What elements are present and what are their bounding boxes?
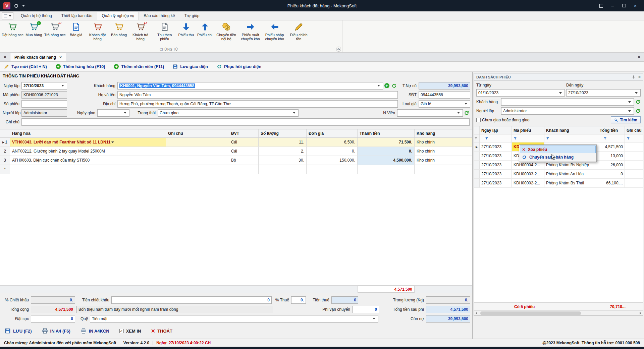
dropdown-icon[interactable] (110, 138, 115, 147)
ribbon-item-bao-gia[interactable]: Báo giá (67, 21, 86, 46)
thue-pct-field[interactable]: 0. (291, 296, 306, 304)
so-phieu-field[interactable] (21, 100, 67, 108)
cell-kho[interactable] (415, 165, 472, 174)
horizontal-scrollbar[interactable] (474, 310, 643, 315)
document-tab-close-icon[interactable]: × (59, 55, 62, 60)
panel-close-icon[interactable]: × (638, 75, 641, 79)
doctab-close-left-button[interactable]: × (0, 53, 10, 61)
cell-so-luong[interactable] (259, 165, 307, 174)
ribbon-collapse-button[interactable] (336, 47, 341, 52)
record-circle-icon[interactable] (14, 4, 18, 8)
cell-don-gia[interactable] (307, 165, 358, 174)
dropdown-icon[interactable] (627, 99, 632, 105)
tao-moi-button[interactable]: Tạo mới (Ctrl + N) (4, 64, 47, 69)
ngay-lap-field[interactable]: 27/10/2023 (21, 82, 67, 90)
refresh-staff-button[interactable] (463, 109, 470, 117)
col-so-luong[interactable]: Số lượng (259, 129, 307, 137)
tien-chiet-khau-field[interactable]: 0 (111, 296, 272, 304)
chiet-khau-pct-field[interactable]: 0. (31, 296, 75, 304)
scroll-left-button[interactable] (474, 311, 479, 316)
filter-ghi-chu[interactable] (625, 134, 643, 142)
dia-chi-field[interactable]: Hưng Phú, phường Hưng Thạnh, quận Cái Ră… (117, 100, 398, 108)
col-ma-phieu[interactable]: Mã phiếu (512, 126, 544, 134)
cell-kho[interactable]: Kho chính (415, 156, 472, 165)
phieu-row-4[interactable]: 27/10/2023 KDH00003-2... Phòng Khám An H… (474, 170, 643, 179)
tab-tro-giup[interactable]: Trợ giúp (180, 12, 204, 20)
cell-ghi-chu[interactable] (166, 138, 229, 147)
context-menu-item-chuyen-sang-ban-hang[interactable]: Chuyển sang bán hàng (520, 153, 596, 161)
quy-field[interactable]: Tiền mặt (90, 315, 378, 323)
cell-dvt[interactable] (229, 165, 259, 174)
dropdown-icon[interactable] (634, 90, 639, 96)
tab-quan-ly-nghiep-vu[interactable]: Quản lý nghiệp vụ (97, 12, 139, 20)
checkbox-checked-icon[interactable]: ✓ (119, 329, 124, 333)
cell-ghi-chu[interactable] (166, 156, 229, 165)
ribbon-item-mua-hang[interactable]: + Mua hàng (24, 21, 43, 46)
tab-thiet-lap-ban-dau[interactable]: Thiết lập ban đầu (57, 12, 97, 20)
ribbon-item-phieu-nhap-chuyen-kho[interactable]: Phiếu nhập chuyển kho (263, 21, 287, 46)
add-customer-button[interactable]: + (383, 82, 390, 90)
trong-luong-field[interactable]: 0. (426, 296, 470, 304)
doctab-close-right-button[interactable]: × (634, 53, 644, 61)
scroll-right-button[interactable] (638, 311, 643, 316)
thoat-button[interactable]: × THOÁT (151, 328, 172, 334)
den-ngay-field[interactable]: 27/10/2023 (566, 89, 641, 97)
ghi-chu-field[interactable] (21, 118, 470, 126)
cell-so-luong[interactable]: 2. (259, 147, 307, 156)
khach-hang-field[interactable]: KH0001, Nguyễn Văn Tám, 0944443558 (117, 82, 383, 90)
ribbon-item-khach-tra-hang[interactable]: ↩ Khách trả hàng (128, 21, 153, 46)
col-dvt[interactable]: ĐVT (229, 129, 259, 137)
ribbon-item-khach-dat-hang[interactable]: Khách đặt hàng (86, 21, 110, 46)
cell-ghi-chu[interactable] (166, 147, 229, 156)
item-row-2[interactable]: 2 ANT00212, Giường bệnh 2 tay quay Model… (0, 147, 472, 156)
document-tab-phieu-khach-dat-hang[interactable]: Phiếu khách đặt hàng × (10, 53, 66, 61)
panel-khach-hang-field[interactable] (501, 98, 634, 106)
cell-hang-hoa[interactable]: VTH00343, Lưỡi dao mổ Fearther Nhật số 1… (10, 138, 166, 147)
col-ngay-lap[interactable]: Ngày lập (480, 126, 512, 134)
col-ghi-chu[interactable]: Ghi chú (166, 129, 229, 137)
col-don-gia[interactable]: Đơn giá (307, 129, 358, 137)
sdt-field[interactable]: 0944443558 (419, 91, 470, 99)
refresh-customer-button[interactable] (390, 82, 398, 90)
refresh-icon[interactable] (635, 99, 641, 105)
context-menu-item-xoa-phieu[interactable]: × Xóa phiếu (520, 146, 596, 153)
col-khach-hang[interactable]: Khách hàng (544, 126, 598, 134)
them-nhan-vien-button[interactable]: + Thêm nhân viên (F11) (114, 64, 164, 69)
tu-ngay-field[interactable]: 01/10/2023 (476, 89, 565, 97)
col-kho-hang[interactable]: Kho hàng (415, 129, 472, 137)
phi-van-chuyen-field[interactable]: 0 (352, 306, 379, 313)
cell-don-gia[interactable]: 0. (307, 147, 358, 156)
window-expand-button[interactable] (596, 2, 606, 10)
cell-dvt[interactable]: Cái (229, 138, 259, 147)
ribbon-item-dieu-chinh-ton[interactable]: Điều chỉnh tồn (287, 21, 311, 46)
tim-kiem-button[interactable]: Tìm kiếm (611, 116, 641, 123)
tab-bao-cao-thong-ke[interactable]: Báo cáo thống kê (139, 12, 179, 20)
dropdown-icon[interactable] (456, 110, 461, 116)
n-vien-field[interactable] (397, 109, 463, 117)
phieu-row-3[interactable]: 27/10/2023 KDH00004-2... Phòng Khám Bs N… (474, 161, 643, 170)
cell-hang-hoa[interactable]: ATH00603, Điện cực chén của máy STI500 (10, 156, 166, 165)
scrollbar-track[interactable] (479, 311, 638, 315)
cell-kho[interactable]: Kho chính (415, 138, 472, 147)
window-close-button[interactable]: × (630, 2, 641, 10)
trang-thai-field[interactable]: Chưa giao (158, 109, 299, 117)
ribbon-item-chuyen-tien-noi-bo[interactable]: Chuyển tiền nội bộ (214, 21, 238, 46)
dropdown-icon[interactable] (376, 82, 381, 89)
item-row-1[interactable]: ▶ 1 VTH00343, Lưỡi dao mổ Fearther Nhật … (0, 138, 472, 147)
dropdown-icon[interactable] (292, 110, 297, 116)
col-ghi-chu[interactable]: Ghi chú (625, 126, 643, 134)
col-hang-hoa[interactable]: Hàng hóa (10, 129, 166, 137)
cell-ghi-chu[interactable] (166, 165, 229, 174)
dat-coc-field[interactable]: 0 (31, 315, 75, 323)
filter-ma-phieu[interactable] (512, 134, 544, 142)
scrollbar-thumb[interactable] (480, 311, 581, 315)
window-maximize-button[interactable] (619, 2, 629, 10)
col-tong-tien[interactable]: Tổng tiền (598, 126, 625, 134)
window-minimize-button[interactable]: – (607, 2, 618, 10)
menu-grid-button[interactable] (2, 12, 13, 19)
cell-so-luong[interactable]: 30. (259, 156, 307, 165)
filter-tong-tien[interactable]: = (598, 134, 625, 142)
item-row-3[interactable]: 3 ATH00603, Điện cực chén của máy STI500… (0, 156, 472, 165)
filter-khach-hang[interactable] (544, 134, 598, 142)
loai-gia-field[interactable]: Giá lẻ (419, 100, 470, 108)
